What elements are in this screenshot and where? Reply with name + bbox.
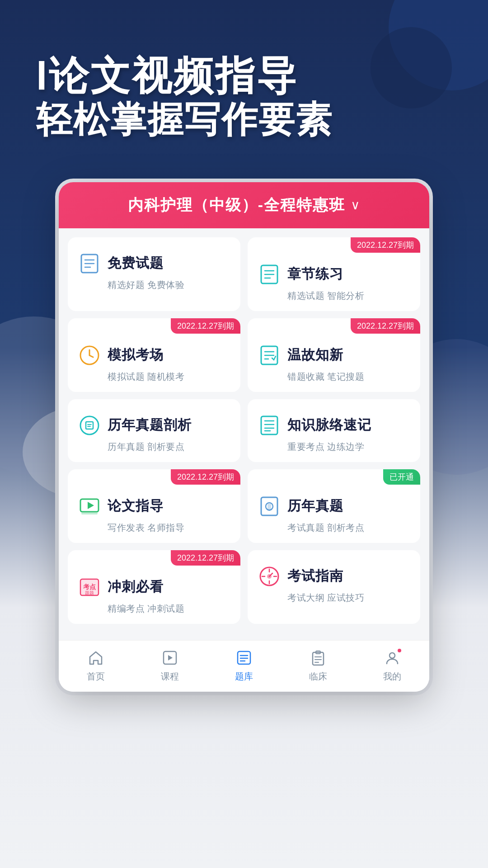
nav-mine-label: 我的: [383, 670, 401, 683]
grid-row-2: 2022.12.27到期 模拟考场 模拟试题 随机模考 2022.12.27到期: [68, 318, 420, 392]
svg-point-12: [80, 416, 99, 434]
thesis-guide-badge: 2022.12.27到期: [171, 469, 240, 485]
past-analysis-icon: [78, 414, 101, 437]
chapter-practice-subtitle: 精选试题 智能分析: [287, 290, 410, 302]
nav-course[interactable]: 课程: [160, 648, 180, 683]
svg-text:题题: 题题: [85, 590, 94, 595]
free-questions-subtitle: 精选好题 免费体验: [108, 279, 230, 291]
hero-line1: l论文视频指导: [36, 54, 452, 98]
card-past-papers[interactable]: 已开通 历年真题 考试真题 剖析考点: [248, 469, 420, 543]
list-icon: [234, 648, 254, 668]
chapter-practice-icon: [258, 263, 281, 286]
mock-exam-icon: [78, 344, 101, 367]
card-exam-guide[interactable]: 考试指南 考试大纲 应试技巧: [248, 550, 420, 624]
nav-home[interactable]: 首页: [86, 648, 106, 683]
grid-content: 免费试题 精选好题 免费体验 2022.12.27到期 章节练习: [59, 228, 429, 640]
svg-rect-26: [267, 504, 271, 509]
card-knowledge-map[interactable]: 知识脉络速记 重要考点 边练边学: [248, 399, 420, 462]
card-chapter-practice[interactable]: 2022.12.27到期 章节练习 精选试题 智能分析: [248, 237, 420, 311]
home-icon: [86, 648, 106, 668]
sprint-title: 冲刺必看: [108, 578, 164, 596]
user-icon: [382, 648, 402, 668]
card-thesis-guide[interactable]: 2022.12.27到期 论文指导 写作发表 名师指导: [68, 469, 240, 543]
svg-text:考点: 考点: [83, 583, 96, 590]
review-title: 温故知新: [287, 346, 343, 364]
grid-row-3: 历年真题剖析 历年真题 剖析要点 知识脉络速记: [68, 399, 420, 462]
past-papers-badge: 已开通: [383, 469, 420, 485]
sprint-subtitle: 精编考点 冲刺试题: [108, 603, 230, 615]
grid-row-4: 2022.12.27到期 论文指导 写作发表 名师指导 已开通: [68, 469, 420, 543]
card-free-questions[interactable]: 免费试题 精选好题 免费体验: [68, 237, 240, 311]
nav-course-label: 课程: [161, 670, 179, 683]
sprint-icon: 考点 题题: [78, 576, 101, 599]
thesis-guide-icon: [78, 495, 101, 518]
svg-rect-23: [81, 513, 98, 514]
hero-line2: 轻松掌握写作要素: [36, 98, 452, 142]
device-frame: 内科护理（中级）-全程特惠班 ∨ 免费试题 精选: [59, 182, 429, 692]
nav-questionbank[interactable]: 题库: [234, 648, 254, 683]
review-badge: 2022.12.27到期: [351, 318, 420, 334]
svg-rect-44: [313, 652, 324, 665]
past-papers-icon: [258, 495, 281, 518]
knowledge-map-icon: [258, 414, 281, 437]
free-questions-icon: [78, 252, 101, 275]
clipboard-icon: [308, 648, 328, 668]
review-subtitle: 错题收藏 笔记搜题: [287, 371, 410, 383]
course-header[interactable]: 内科护理（中级）-全程特惠班 ∨: [59, 182, 429, 228]
svg-rect-16: [261, 416, 277, 434]
chapter-practice-badge: 2022.12.27到期: [351, 237, 420, 253]
review-icon: [258, 344, 281, 367]
free-questions-title: 免费试题: [108, 254, 164, 273]
hero-section: l论文视频指导 轻松掌握写作要素: [0, 0, 488, 160]
dropdown-icon: ∨: [351, 198, 360, 212]
card-mock-exam[interactable]: 2022.12.27到期 模拟考场 模拟试题 随机模考: [68, 318, 240, 392]
play-icon: [160, 648, 180, 668]
course-title: 内科护理（中级）-全程特惠班: [128, 195, 345, 216]
nav-clinical-label: 临床: [309, 670, 327, 683]
thesis-guide-title: 论文指导: [108, 497, 164, 515]
nav-questionbank-label: 题库: [235, 670, 253, 683]
sprint-badge: 2022.12.27到期: [171, 550, 240, 566]
past-papers-subtitle: 考试真题 剖析考点: [287, 522, 410, 534]
exam-guide-title: 考试指南: [287, 567, 343, 585]
card-sprint[interactable]: 2022.12.27到期 考点 题题 冲刺必看 精编考点 冲刺试题: [68, 550, 240, 624]
mock-exam-badge: 2022.12.27到期: [171, 318, 240, 334]
knowledge-map-subtitle: 重要考点 边练边学: [287, 441, 410, 453]
card-review[interactable]: 2022.12.27到期 温故知新 错题收藏 笔记搜题: [248, 318, 420, 392]
past-analysis-subtitle: 历年真题 剖析要点: [108, 441, 230, 453]
thesis-guide-subtitle: 写作发表 名师指导: [108, 522, 230, 534]
past-analysis-title: 历年真题剖析: [108, 416, 192, 434]
chapter-practice-title: 章节练习: [287, 265, 343, 283]
exam-guide-icon: [258, 565, 281, 588]
grid-row-1: 免费试题 精选好题 免费体验 2022.12.27到期 章节练习: [68, 237, 420, 311]
svg-marker-39: [168, 655, 173, 660]
nav-mine[interactable]: 我的: [382, 648, 402, 683]
card-past-analysis[interactable]: 历年真题剖析 历年真题 剖析要点: [68, 399, 240, 462]
mock-exam-subtitle: 模拟试题 随机模考: [108, 371, 230, 383]
nav-home-label: 首页: [87, 670, 105, 683]
grid-row-5: 2022.12.27到期 考点 题题 冲刺必看 精编考点 冲刺试题: [68, 550, 420, 624]
svg-point-49: [389, 653, 395, 658]
knowledge-map-title: 知识脉络速记: [287, 416, 371, 434]
mock-exam-title: 模拟考场: [108, 346, 164, 364]
exam-guide-subtitle: 考试大纲 应试技巧: [287, 592, 410, 604]
bottom-nav: 首页 课程 题库: [59, 640, 429, 692]
svg-marker-22: [88, 502, 94, 509]
past-papers-title: 历年真题: [287, 497, 343, 515]
svg-rect-13: [86, 422, 93, 429]
nav-clinical[interactable]: 临床: [308, 648, 328, 683]
